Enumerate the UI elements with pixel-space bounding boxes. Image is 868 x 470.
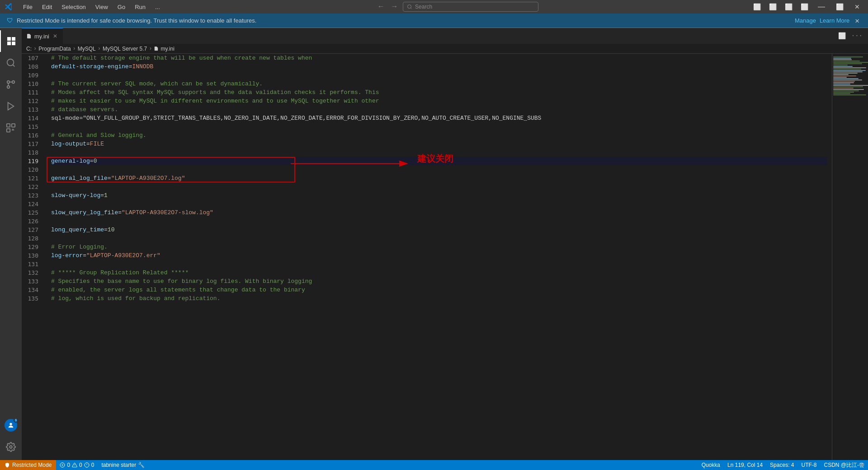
svg-line-1 [410, 8, 411, 9]
info-count: 0 [91, 462, 94, 468]
code-line[interactable]: general-log=0 [51, 157, 827, 165]
banner-close-button[interactable]: ✕ [853, 16, 861, 25]
menu-view[interactable]: View [92, 3, 112, 11]
code-line[interactable]: general_log_file="LAPTOP-A930E2O7.log" [51, 174, 827, 183]
restricted-mode-status[interactable]: Restricted Mode [0, 460, 56, 470]
svg-rect-5 [12, 42, 15, 45]
code-content[interactable]: # The default storage engine that will b… [47, 54, 832, 460]
status-quokka[interactable]: Quokka [698, 460, 724, 470]
code-line[interactable]: log-error="LAPTOP-A930E2O7.err" [51, 251, 827, 260]
title-bar: File Edit Selection View Go Run ... ← → … [0, 0, 868, 14]
tab-close-button[interactable]: ✕ [52, 32, 58, 40]
menu-more[interactable]: ... [151, 3, 164, 11]
layout-icon-3[interactable]: ⬜ [783, 2, 795, 12]
editor-area: my.ini ✕ ⬜ ··· C: › ProgramData › MySQL … [22, 28, 868, 460]
more-actions-button[interactable]: ··· [849, 31, 864, 41]
code-line[interactable]: slow-query-log=1 [51, 191, 827, 200]
status-tabnine[interactable]: tabnine starter 🔧 [98, 460, 148, 470]
activity-git[interactable] [0, 74, 22, 95]
restricted-mode-banner: 🛡 Restricted Mode is intended for safe c… [0, 14, 868, 28]
activity-explorer[interactable] [0, 30, 22, 52]
status-encoding[interactable]: UTF-8 [797, 460, 820, 470]
menu-go[interactable]: Go [114, 3, 129, 11]
code-line[interactable]: # General and Slow logging. [51, 131, 827, 140]
code-line[interactable]: # Error Logging. [51, 243, 827, 251]
code-line[interactable]: # The default storage engine that will b… [51, 54, 827, 62]
activity-run[interactable] [0, 95, 22, 117]
nav-back-button[interactable]: ← [376, 2, 386, 12]
code-line[interactable] [51, 234, 827, 243]
shield-icon: 🛡 [7, 17, 13, 24]
manage-link[interactable]: Manage [795, 17, 816, 24]
activity-search[interactable] [0, 52, 22, 74]
nav-forward-button[interactable]: → [389, 2, 399, 12]
tab-my-ini[interactable]: my.ini ✕ [22, 28, 63, 44]
code-line[interactable]: slow_query_log_file="LAPTOP-A930E2O7-slo… [51, 208, 827, 217]
code-line[interactable]: # enabled, the server logs all statement… [51, 286, 827, 294]
encoding-label: UTF-8 [801, 462, 816, 468]
warning-count: 0 [79, 462, 82, 468]
breadcrumb-mysql-server[interactable]: MySQL Server 5.7 [103, 46, 147, 52]
code-line[interactable] [51, 217, 827, 226]
code-line[interactable]: # log, which is used for backup and repl… [51, 294, 827, 303]
breadcrumb: C: › ProgramData › MySQL › MySQL Server … [22, 44, 868, 54]
code-line[interactable] [51, 122, 827, 131]
svg-rect-2 [7, 37, 11, 41]
activity-bar: 1 [0, 28, 22, 460]
close-button[interactable]: ✕ [851, 2, 863, 11]
code-line[interactable] [51, 260, 827, 268]
line-numbers: 1071081091101111121131141151161171181191… [22, 54, 47, 460]
code-line[interactable] [51, 71, 827, 80]
svg-rect-4 [7, 42, 11, 45]
restricted-mode-label: Restricted Mode [12, 462, 52, 468]
code-line[interactable]: # The current server SQL mode, which can… [51, 80, 827, 88]
code-line[interactable]: # ***** Group Replication Related ***** [51, 268, 827, 277]
activity-extensions[interactable] [0, 117, 22, 139]
code-line[interactable] [51, 200, 827, 208]
svg-line-7 [13, 65, 14, 66]
code-line[interactable]: default-storage-engine=INNODB [51, 62, 827, 71]
split-editor-button[interactable]: ⬜ [836, 31, 848, 41]
code-line[interactable]: sql-mode="ONLY_FULL_GROUP_BY,STRICT_TRAN… [51, 114, 827, 122]
code-line[interactable] [51, 148, 827, 157]
layout-icon-2[interactable]: ⬜ [767, 2, 779, 12]
code-line[interactable]: # Specifies the base name to use for bin… [51, 277, 827, 286]
code-line[interactable]: # makes it easier to use MySQL in differ… [51, 97, 827, 105]
shield-status-icon [5, 462, 10, 468]
status-line-col[interactable]: Ln 119, Col 14 [724, 460, 766, 470]
title-bar-right: ⬜ ⬜ ⬜ ⬜ — ⬜ ✕ [751, 2, 863, 12]
code-line[interactable]: long_query_time=10 [51, 226, 827, 234]
svg-point-17 [9, 423, 12, 425]
activity-settings[interactable] [0, 436, 22, 458]
maximize-button[interactable]: ⬜ [832, 2, 847, 11]
search-bar[interactable]: Search [403, 2, 538, 12]
quokka-label: Quokka [702, 462, 720, 468]
learn-more-link[interactable]: Learn More [820, 17, 849, 24]
activity-account[interactable]: 1 [0, 414, 22, 436]
svg-rect-16 [7, 129, 10, 132]
breadcrumb-programdata[interactable]: ProgramData [38, 46, 71, 52]
code-line[interactable]: # database servers. [51, 105, 827, 114]
menu-edit[interactable]: Edit [38, 3, 56, 11]
menu-file[interactable]: File [19, 3, 36, 11]
extra-label: CSDN @比江-尝 [824, 461, 864, 469]
breadcrumb-mysql[interactable]: MySQL [78, 46, 96, 52]
layout-icon-4[interactable]: ⬜ [798, 2, 811, 12]
minimize-button[interactable]: — [814, 2, 829, 12]
status-right: Quokka Ln 119, Col 14 Spaces: 4 UTF-8 CS… [698, 460, 868, 470]
menu-selection[interactable]: Selection [58, 3, 89, 11]
layout-icon-1[interactable]: ⬜ [751, 2, 763, 12]
status-errors[interactable]: 0 0 0 [56, 460, 98, 470]
code-line[interactable]: log-output=FILE [51, 140, 827, 148]
code-line[interactable] [51, 165, 827, 174]
code-line[interactable]: # Modes affect the SQL syntax MySQL supp… [51, 88, 827, 97]
svg-rect-15 [12, 124, 15, 127]
svg-point-18 [9, 446, 12, 448]
status-spaces[interactable]: Spaces: 4 [766, 460, 797, 470]
breadcrumb-c[interactable]: C: [26, 46, 32, 52]
svg-point-9 [7, 86, 10, 89]
svg-rect-14 [7, 124, 10, 127]
code-line[interactable] [51, 183, 827, 191]
menu-run[interactable]: Run [131, 3, 149, 11]
status-left: Restricted Mode 0 0 0 tabnine starter 🔧 [0, 460, 148, 470]
